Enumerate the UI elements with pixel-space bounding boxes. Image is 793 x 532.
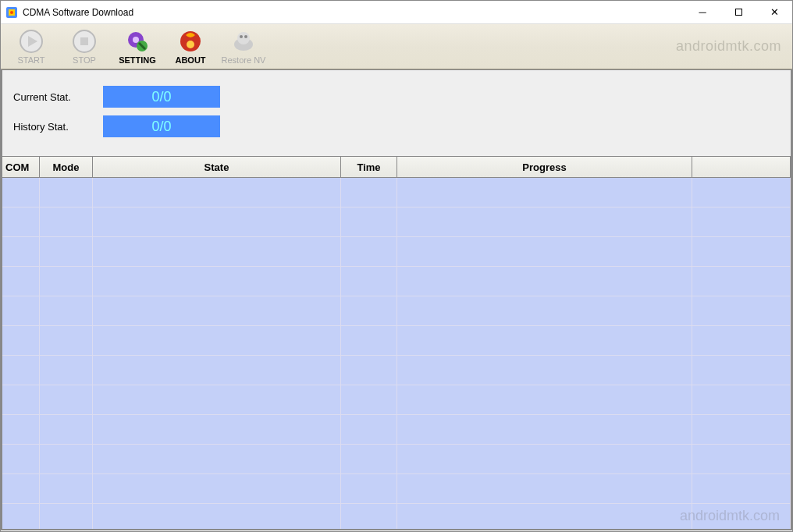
current-stat-value: 0/0 bbox=[103, 86, 220, 108]
cell-progress bbox=[397, 474, 692, 504]
svg-point-6 bbox=[133, 37, 139, 43]
setting-button[interactable]: SETTING bbox=[112, 26, 163, 68]
cell-state bbox=[93, 267, 341, 296]
cell-time bbox=[341, 504, 397, 529]
table-row[interactable] bbox=[2, 296, 791, 326]
stop-label: STOP bbox=[73, 55, 96, 65]
current-stat-row: Current Stat. 0/0 bbox=[13, 86, 780, 108]
cell-last bbox=[692, 326, 791, 356]
stop-icon bbox=[72, 29, 97, 54]
cell-time bbox=[341, 296, 397, 326]
cell-com bbox=[2, 474, 40, 504]
cell-progress bbox=[397, 385, 692, 415]
cell-com bbox=[2, 356, 40, 385]
cell-time bbox=[341, 267, 397, 296]
cell-com bbox=[2, 504, 40, 529]
table-row[interactable] bbox=[2, 326, 791, 356]
svg-rect-4 bbox=[80, 37, 88, 45]
stop-button[interactable]: STOP bbox=[59, 26, 110, 68]
cell-mode bbox=[40, 267, 93, 296]
cell-state bbox=[93, 504, 341, 529]
restore-icon bbox=[231, 29, 256, 54]
table-row[interactable] bbox=[2, 504, 791, 529]
cell-progress bbox=[397, 178, 692, 207]
header-last[interactable] bbox=[692, 157, 791, 178]
stats-area: Current Stat. 0/0 History Stat. 0/0 bbox=[2, 70, 791, 156]
cell-progress bbox=[397, 504, 692, 529]
cell-state bbox=[93, 207, 341, 237]
cell-time bbox=[341, 385, 397, 415]
table-row[interactable] bbox=[2, 207, 791, 237]
minimize-button[interactable]: ─ bbox=[685, 1, 720, 23]
cell-last bbox=[692, 237, 791, 267]
titlebar: CDMA Software Download ─ ✕ bbox=[1, 1, 792, 24]
cell-mode bbox=[40, 445, 93, 474]
cell-mode bbox=[40, 326, 93, 356]
cell-com bbox=[2, 445, 40, 474]
cell-mode bbox=[40, 207, 93, 237]
cell-state bbox=[93, 385, 341, 415]
cell-progress bbox=[397, 415, 692, 445]
restore-nv-label: Restore NV bbox=[222, 55, 266, 65]
cell-time bbox=[341, 237, 397, 267]
svg-point-13 bbox=[244, 35, 247, 38]
svg-point-12 bbox=[240, 35, 243, 38]
cell-progress bbox=[397, 326, 692, 356]
cell-progress bbox=[397, 356, 692, 385]
cell-time bbox=[341, 326, 397, 356]
header-state[interactable]: State bbox=[93, 157, 341, 178]
cell-com bbox=[2, 415, 40, 445]
table-row[interactable] bbox=[2, 178, 791, 207]
main-panel: Current Stat. 0/0 History Stat. 0/0 COM … bbox=[1, 69, 792, 530]
app-icon bbox=[5, 6, 18, 19]
cell-last bbox=[692, 415, 791, 445]
watermark: androidmtk.com bbox=[676, 38, 781, 55]
svg-point-1 bbox=[10, 11, 13, 14]
about-button[interactable]: ABOUT bbox=[165, 26, 216, 68]
table-row[interactable] bbox=[2, 415, 791, 445]
cell-progress bbox=[397, 296, 692, 326]
history-stat-row: History Stat. 0/0 bbox=[13, 115, 780, 137]
header-mode[interactable]: Mode bbox=[40, 157, 93, 178]
header-com[interactable]: COM bbox=[2, 157, 40, 178]
table-row[interactable] bbox=[2, 385, 791, 415]
table-row[interactable] bbox=[2, 445, 791, 474]
history-stat-value: 0/0 bbox=[103, 115, 220, 137]
cell-last bbox=[692, 356, 791, 385]
start-button[interactable]: START bbox=[5, 26, 57, 68]
header-time[interactable]: Time bbox=[341, 157, 397, 178]
cell-last bbox=[692, 445, 791, 474]
close-button[interactable]: ✕ bbox=[756, 1, 792, 23]
history-stat-label: History Stat. bbox=[13, 121, 103, 133]
cell-state bbox=[93, 178, 341, 207]
cell-time bbox=[341, 207, 397, 237]
cell-state bbox=[93, 474, 341, 504]
table-row[interactable] bbox=[2, 267, 791, 296]
header-progress[interactable]: Progress bbox=[397, 157, 692, 178]
gear-icon bbox=[125, 29, 150, 54]
cell-progress bbox=[397, 267, 692, 296]
svg-point-11 bbox=[237, 32, 250, 44]
table-row[interactable] bbox=[2, 356, 791, 385]
cell-last bbox=[692, 474, 791, 504]
cell-com bbox=[2, 178, 40, 207]
cell-mode bbox=[40, 178, 93, 207]
about-label: ABOUT bbox=[175, 55, 205, 65]
cell-state bbox=[93, 445, 341, 474]
table-row[interactable] bbox=[2, 474, 791, 504]
svg-point-9 bbox=[187, 41, 194, 48]
restore-nv-button[interactable]: Restore NV bbox=[218, 26, 269, 68]
cell-time bbox=[341, 356, 397, 385]
setting-label: SETTING bbox=[119, 55, 156, 65]
cell-com bbox=[2, 237, 40, 267]
cell-time bbox=[341, 474, 397, 504]
maximize-button[interactable] bbox=[720, 1, 756, 23]
table-row[interactable] bbox=[2, 237, 791, 267]
cell-mode bbox=[40, 504, 93, 529]
cell-time bbox=[341, 178, 397, 207]
cell-com bbox=[2, 207, 40, 237]
cell-com bbox=[2, 267, 40, 296]
window-controls: ─ ✕ bbox=[685, 1, 792, 23]
cell-time bbox=[341, 445, 397, 474]
start-label: START bbox=[17, 55, 44, 65]
